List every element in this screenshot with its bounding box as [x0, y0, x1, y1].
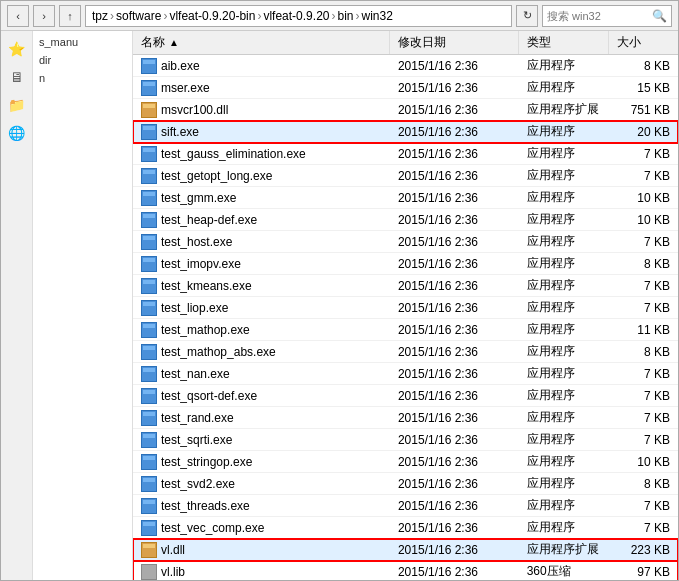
- file-date: 2015/1/16 2:36: [390, 473, 519, 495]
- table-row[interactable]: test_svd2.exe 2015/1/16 2:36 应用程序 8 KB: [133, 473, 678, 495]
- file-date: 2015/1/16 2:36: [390, 517, 519, 539]
- up-button[interactable]: ↑: [59, 5, 81, 27]
- file-type: 应用程序: [519, 275, 609, 297]
- forward-button[interactable]: ›: [33, 5, 55, 27]
- breadcrumb-bin[interactable]: bin: [337, 9, 353, 23]
- table-row[interactable]: test_mathop.exe 2015/1/16 2:36 应用程序 11 K…: [133, 319, 678, 341]
- col-header-size[interactable]: 大小: [609, 31, 678, 55]
- col-header-type[interactable]: 类型: [519, 31, 609, 55]
- file-size: 7 KB: [609, 297, 678, 319]
- exe-icon: [141, 190, 157, 206]
- exe-icon: [141, 432, 157, 448]
- file-type: 应用程序: [519, 495, 609, 517]
- table-row[interactable]: test_nan.exe 2015/1/16 2:36 应用程序 7 KB: [133, 363, 678, 385]
- file-name: test_getopt_long.exe: [161, 169, 272, 183]
- sidebar-icon-star[interactable]: ⭐: [5, 37, 29, 61]
- exe-icon: [141, 124, 157, 140]
- back-button[interactable]: ‹: [7, 5, 29, 27]
- file-type: 应用程序: [519, 429, 609, 451]
- file-table: 名称▲ 修改日期 类型 大小 aib.exe 2015/1/16 2:36 应用…: [133, 31, 678, 580]
- file-date: 2015/1/16 2:36: [390, 209, 519, 231]
- sidebar-icon-folder[interactable]: 📁: [5, 93, 29, 117]
- tree-item-n[interactable]: n: [33, 69, 132, 87]
- breadcrumb-win32: win32: [362, 9, 393, 23]
- file-size: 8 KB: [609, 55, 678, 77]
- col-header-date[interactable]: 修改日期: [390, 31, 519, 55]
- table-row[interactable]: test_getopt_long.exe 2015/1/16 2:36 应用程序…: [133, 165, 678, 187]
- sidebar-icon-network[interactable]: 🌐: [5, 121, 29, 145]
- table-row[interactable]: msvcr100.dll 2015/1/16 2:36 应用程序扩展 751 K…: [133, 99, 678, 121]
- table-row[interactable]: aib.exe 2015/1/16 2:36 应用程序 8 KB: [133, 55, 678, 77]
- table-row[interactable]: test_kmeans.exe 2015/1/16 2:36 应用程序 7 KB: [133, 275, 678, 297]
- file-name: vl.lib: [161, 565, 185, 579]
- file-date: 2015/1/16 2:36: [390, 297, 519, 319]
- file-size: 7 KB: [609, 363, 678, 385]
- table-row[interactable]: test_qsort-def.exe 2015/1/16 2:36 应用程序 7…: [133, 385, 678, 407]
- breadcrumb-tpz[interactable]: tpz: [92, 9, 108, 23]
- file-name: test_heap-def.exe: [161, 213, 257, 227]
- file-name-cell: test_vec_comp.exe: [141, 520, 382, 536]
- file-type: 应用程序: [519, 231, 609, 253]
- file-name: msvcr100.dll: [161, 103, 228, 117]
- col-header-name[interactable]: 名称▲: [133, 31, 390, 55]
- file-name: test_stringop.exe: [161, 455, 252, 469]
- file-type: 应用程序: [519, 187, 609, 209]
- exe-icon: [141, 212, 157, 228]
- lib-icon: [141, 564, 157, 580]
- file-type: 应用程序: [519, 319, 609, 341]
- file-date: 2015/1/16 2:36: [390, 319, 519, 341]
- table-row[interactable]: test_liop.exe 2015/1/16 2:36 应用程序 7 KB: [133, 297, 678, 319]
- tree-item-smanu[interactable]: s_manu: [33, 33, 132, 51]
- file-name-cell: test_sqrti.exe: [141, 432, 382, 448]
- exe-icon: [141, 454, 157, 470]
- dll-icon: [141, 542, 157, 558]
- exe-icon: [141, 322, 157, 338]
- file-type: 应用程序: [519, 253, 609, 275]
- sidebar-icon-computer[interactable]: 🖥: [5, 65, 29, 89]
- breadcrumb-vlfeat[interactable]: vlfeat-0.9.20: [263, 9, 329, 23]
- table-row[interactable]: mser.exe 2015/1/16 2:36 应用程序 15 KB: [133, 77, 678, 99]
- file-name: test_qsort-def.exe: [161, 389, 257, 403]
- table-row[interactable]: vl.lib 2015/1/16 2:36 360压缩 97 KB: [133, 561, 678, 581]
- search-box[interactable]: 🔍: [542, 5, 672, 27]
- table-row[interactable]: vl.dll 2015/1/16 2:36 应用程序扩展 223 KB: [133, 539, 678, 561]
- exe-icon: [141, 256, 157, 272]
- table-row[interactable]: test_threads.exe 2015/1/16 2:36 应用程序 7 K…: [133, 495, 678, 517]
- file-name: test_gmm.exe: [161, 191, 236, 205]
- file-name-cell: test_heap-def.exe: [141, 212, 382, 228]
- file-date: 2015/1/16 2:36: [390, 231, 519, 253]
- file-name-cell: test_imopv.exe: [141, 256, 382, 272]
- file-pane: 名称▲ 修改日期 类型 大小 aib.exe 2015/1/16 2:36 应用…: [133, 31, 678, 580]
- file-name-cell: test_mathop_abs.exe: [141, 344, 382, 360]
- table-row[interactable]: test_host.exe 2015/1/16 2:36 应用程序 7 KB: [133, 231, 678, 253]
- table-row[interactable]: test_sqrti.exe 2015/1/16 2:36 应用程序 7 KB: [133, 429, 678, 451]
- file-date: 2015/1/16 2:36: [390, 99, 519, 121]
- search-input[interactable]: [547, 10, 652, 22]
- file-date: 2015/1/16 2:36: [390, 121, 519, 143]
- file-type: 应用程序: [519, 55, 609, 77]
- table-row[interactable]: test_imopv.exe 2015/1/16 2:36 应用程序 8 KB: [133, 253, 678, 275]
- refresh-button[interactable]: ↻: [516, 5, 538, 27]
- exe-icon: [141, 388, 157, 404]
- tree-item-dir[interactable]: dir: [33, 51, 132, 69]
- dll-icon: [141, 102, 157, 118]
- file-date: 2015/1/16 2:36: [390, 143, 519, 165]
- exe-icon: [141, 476, 157, 492]
- file-size: 8 KB: [609, 253, 678, 275]
- breadcrumb-software[interactable]: software: [116, 9, 161, 23]
- table-row[interactable]: test_mathop_abs.exe 2015/1/16 2:36 应用程序 …: [133, 341, 678, 363]
- breadcrumb-vlfeat-bin[interactable]: vlfeat-0.9.20-bin: [169, 9, 255, 23]
- file-type: 应用程序: [519, 341, 609, 363]
- file-size: 7 KB: [609, 165, 678, 187]
- table-row[interactable]: test_heap-def.exe 2015/1/16 2:36 应用程序 10…: [133, 209, 678, 231]
- address-bar: ‹ › ↑ tpz › software › vlfeat-0.9.20-bin…: [1, 1, 678, 31]
- sidebar: ⭐ 🖥 📁 🌐: [1, 31, 33, 580]
- file-size: 8 KB: [609, 341, 678, 363]
- table-row[interactable]: test_gauss_elimination.exe 2015/1/16 2:3…: [133, 143, 678, 165]
- table-row[interactable]: test_vec_comp.exe 2015/1/16 2:36 应用程序 7 …: [133, 517, 678, 539]
- exe-icon: [141, 410, 157, 426]
- table-row[interactable]: sift.exe 2015/1/16 2:36 应用程序 20 KB: [133, 121, 678, 143]
- table-row[interactable]: test_rand.exe 2015/1/16 2:36 应用程序 7 KB: [133, 407, 678, 429]
- table-row[interactable]: test_gmm.exe 2015/1/16 2:36 应用程序 10 KB: [133, 187, 678, 209]
- table-row[interactable]: test_stringop.exe 2015/1/16 2:36 应用程序 10…: [133, 451, 678, 473]
